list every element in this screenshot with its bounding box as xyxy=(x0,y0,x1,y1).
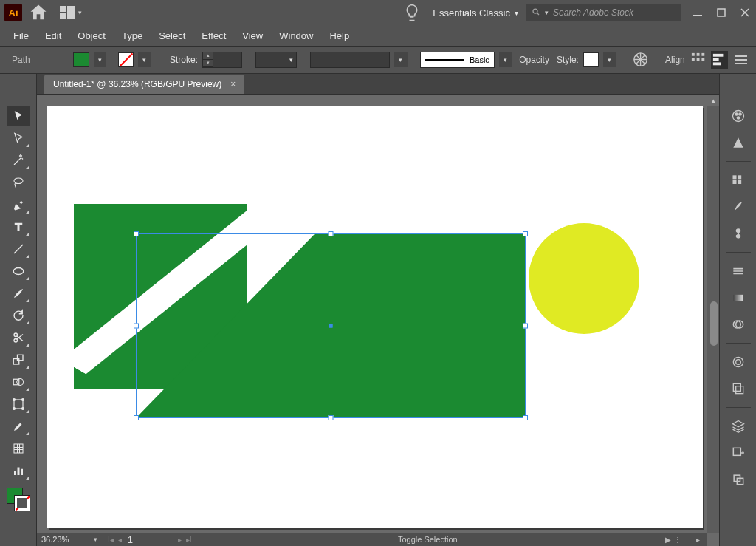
magic-wand-tool[interactable] xyxy=(7,151,30,170)
svg-point-16 xyxy=(14,178,23,184)
shape-circle-yellow[interactable] xyxy=(529,223,639,334)
stroke-indicator[interactable] xyxy=(14,495,30,511)
brushes-panel-icon[interactable] xyxy=(729,197,748,216)
svg-rect-12 xyxy=(713,63,721,66)
lightbulb-icon[interactable] xyxy=(402,2,422,23)
stroke-dropdown[interactable]: ▾ xyxy=(138,52,151,67)
transform-panel-icon[interactable] xyxy=(711,51,728,69)
stroke-swatch[interactable] xyxy=(118,52,134,67)
artboard-number[interactable]: 1 xyxy=(128,534,172,545)
artboard[interactable] xyxy=(47,106,703,528)
align-options-icon[interactable] xyxy=(690,51,707,69)
resize-handle-bm[interactable] xyxy=(329,415,334,420)
svg-rect-37 xyxy=(732,175,736,179)
resize-handle-mr[interactable] xyxy=(523,324,528,329)
line-tool[interactable] xyxy=(7,239,30,259)
svg-rect-20 xyxy=(13,359,19,365)
resize-handle-br[interactable] xyxy=(523,415,528,420)
resize-handle-tr[interactable] xyxy=(523,231,528,236)
fill-dropdown[interactable]: ▾ xyxy=(94,52,106,67)
direct-selection-tool[interactable] xyxy=(7,129,30,148)
mesh-tool[interactable] xyxy=(7,439,30,458)
lasso-tool[interactable] xyxy=(7,173,30,192)
resize-handle-bl[interactable] xyxy=(134,415,139,420)
stroke-style-selector[interactable]: Basic xyxy=(420,52,494,68)
resize-handle-tl[interactable] xyxy=(134,231,139,236)
paintbrush-tool[interactable] xyxy=(7,284,30,303)
scissors-tool[interactable] xyxy=(7,328,30,347)
menu-object[interactable]: Object xyxy=(70,27,113,44)
fill-stroke-indicator[interactable] xyxy=(5,486,32,513)
scroll-up-arrow[interactable]: ▴ xyxy=(707,95,719,106)
align-label[interactable]: Align xyxy=(665,55,685,65)
brush-dropdown[interactable]: ▾ xyxy=(394,52,407,67)
vertical-scrollbar[interactable]: ▴ xyxy=(707,95,719,533)
graphic-styles-panel-icon[interactable] xyxy=(729,379,748,398)
resize-handle-ml[interactable] xyxy=(134,324,139,329)
swatches-panel-icon[interactable] xyxy=(729,171,748,190)
status-play-icon[interactable]: ▶ xyxy=(665,536,671,544)
document-tab[interactable]: Untitled-1* @ 36.23% (RGB/GPU Preview) × xyxy=(44,75,244,94)
workspace-dropdown[interactable]: Essentials Classic ▾ xyxy=(425,7,526,18)
shape-builder-tool[interactable] xyxy=(7,372,30,392)
minimize-button[interactable] xyxy=(691,6,704,19)
fill-swatch[interactable] xyxy=(73,52,89,67)
stroke-panel-icon[interactable] xyxy=(729,262,748,281)
status-menu-icon[interactable]: ⋮ xyxy=(674,536,681,544)
stroke-weight-input[interactable]: ▴▾ xyxy=(202,52,242,68)
column-graph-tool[interactable] xyxy=(7,461,30,480)
menu-edit[interactable]: Edit xyxy=(38,27,69,44)
scale-tool[interactable] xyxy=(7,350,30,369)
hscroll-right-arrow[interactable]: ▸ xyxy=(689,536,707,544)
home-icon[interactable] xyxy=(28,2,49,23)
transparency-panel-icon[interactable] xyxy=(729,315,748,334)
stroke-style-dropdown[interactable]: ▾ xyxy=(499,52,512,67)
graphic-style-dropdown[interactable]: ▾ xyxy=(603,52,616,67)
color-guide-panel-icon[interactable] xyxy=(729,133,748,152)
pen-tool[interactable] xyxy=(7,195,30,214)
opacity-label[interactable]: Opacity xyxy=(519,55,549,65)
svg-point-26 xyxy=(21,399,24,401)
graphic-style-swatch[interactable] xyxy=(583,52,599,67)
menu-file[interactable]: File xyxy=(6,27,36,44)
type-tool[interactable] xyxy=(7,217,30,236)
scroll-thumb[interactable] xyxy=(710,301,718,346)
color-panel-icon[interactable] xyxy=(729,106,748,126)
selection-tool[interactable] xyxy=(7,106,30,126)
next-artboard-icon[interactable]: ▸ xyxy=(178,536,182,544)
gradient-panel-icon[interactable] xyxy=(729,288,748,307)
zoom-dropdown-icon[interactable]: ▾ xyxy=(89,536,102,543)
panel-menu-icon[interactable] xyxy=(732,51,750,69)
first-artboard-icon[interactable]: I◂ xyxy=(108,536,114,544)
menu-window[interactable]: Window xyxy=(272,27,320,44)
artboards-panel-icon[interactable] xyxy=(729,470,748,489)
menu-view[interactable]: View xyxy=(235,27,270,44)
recolor-artwork-icon[interactable] xyxy=(632,51,649,69)
menu-effect[interactable]: Effect xyxy=(194,27,233,44)
free-transform-tool[interactable] xyxy=(7,395,30,414)
menu-select[interactable]: Select xyxy=(151,27,193,44)
resize-handle-tm[interactable] xyxy=(329,231,334,236)
maximize-button[interactable] xyxy=(715,6,728,19)
symbols-panel-icon[interactable] xyxy=(729,224,748,243)
ellipse-tool[interactable] xyxy=(7,262,30,281)
menu-type[interactable]: Type xyxy=(114,27,150,44)
last-artboard-icon[interactable]: ▸I xyxy=(186,536,192,544)
search-adobe-stock[interactable]: ▾ Search Adobe Stock xyxy=(526,4,681,21)
rotate-tool[interactable] xyxy=(7,306,30,325)
brush-definition[interactable] xyxy=(310,52,390,68)
zoom-level[interactable]: 36.23% xyxy=(37,535,89,544)
layers-panel-icon[interactable] xyxy=(729,417,748,436)
appearance-panel-icon[interactable] xyxy=(729,352,748,372)
arrange-docs-icon[interactable]: ▾ xyxy=(59,5,82,20)
center-handle[interactable] xyxy=(329,324,333,328)
variable-width-profile[interactable]: ▾ xyxy=(255,52,297,68)
asset-export-panel-icon[interactable] xyxy=(729,443,748,463)
prev-artboard-icon[interactable]: ◂ xyxy=(118,536,122,544)
close-button[interactable] xyxy=(738,6,752,19)
close-tab-icon[interactable]: × xyxy=(230,79,236,89)
eyedropper-tool[interactable] xyxy=(7,417,30,436)
menu-help[interactable]: Help xyxy=(322,27,357,44)
canvas-viewport[interactable]: ▴ 36.23% ▾ I◂ ◂ 1 ▸ ▸I Toggle Selection … xyxy=(37,95,719,546)
selection-bounding-box[interactable] xyxy=(136,233,526,418)
